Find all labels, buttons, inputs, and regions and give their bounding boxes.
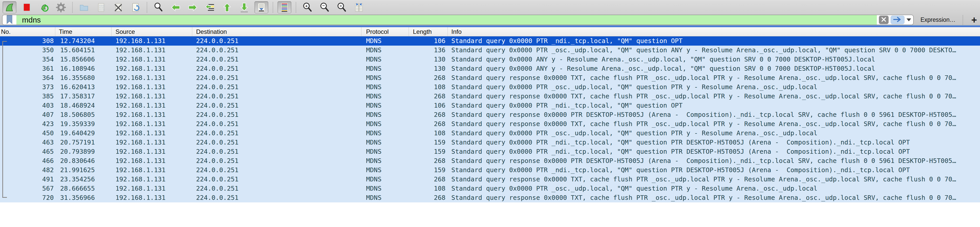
- column-header-protocol[interactable]: Protocol: [361, 27, 409, 36]
- packet-source: 192.168.1.131: [111, 119, 192, 129]
- packet-info: Standard query response 0x0000 TXT, cach…: [448, 92, 980, 101]
- packet-length: 268: [409, 92, 448, 101]
- packet-protocol: MDNS: [361, 156, 409, 166]
- svg-text:=: =: [340, 3, 342, 8]
- packet-row[interactable]: 403 18.468924 192.168.1.131 224.0.0.251 …: [0, 101, 980, 110]
- capture-options-button[interactable]: [54, 1, 68, 13]
- reload-file-button[interactable]: [129, 1, 142, 13]
- packet-length: 136: [409, 46, 448, 55]
- packet-row[interactable]: 720 31.356966 192.168.1.131 224.0.0.251 …: [0, 193, 980, 202]
- add-filter-button[interactable]: +: [968, 15, 980, 25]
- packet-row[interactable]: 567 28.666655 192.168.1.131 224.0.0.251 …: [0, 184, 980, 193]
- packet-row[interactable]: 482 21.991625 192.168.1.131 224.0.0.251 …: [0, 166, 980, 175]
- go-forward-button[interactable]: [186, 1, 200, 13]
- packet-destination: 224.0.0.251: [192, 83, 361, 92]
- packet-info: Standard query 0x0000 PTR _osc._udp.loca…: [448, 83, 980, 92]
- stop-capture-button[interactable]: [20, 1, 33, 13]
- packet-info: Standard query 0x0000 PTR _ndi._tcp.loca…: [448, 101, 980, 110]
- packet-info: Standard query 0x0000 PTR _ndi._tcp.loca…: [448, 147, 980, 156]
- packet-time: 16.355680: [55, 73, 111, 83]
- filter-apply-button[interactable]: [891, 16, 904, 24]
- packet-row[interactable]: 361 16.108946 192.168.1.131 224.0.0.251 …: [0, 64, 980, 73]
- packet-row[interactable]: 423 19.359339 192.168.1.131 224.0.0.251 …: [0, 119, 980, 129]
- packet-protocol: MDNS: [361, 73, 409, 83]
- resize-columns-icon: [354, 2, 364, 13]
- packet-time: 31.356966: [55, 193, 111, 202]
- packet-length: 108: [409, 83, 448, 92]
- packet-length: 108: [409, 184, 448, 193]
- packet-protocol: MDNS: [361, 101, 409, 110]
- open-file-button[interactable]: [77, 1, 91, 13]
- packet-source: 192.168.1.131: [111, 64, 192, 73]
- go-first-packet-icon: [222, 2, 232, 13]
- save-file-button[interactable]: 01010 01101 01110: [94, 1, 108, 13]
- packet-info: Standard query 0x0000 PTR _ndi._tcp.loca…: [448, 37, 980, 46]
- packet-row[interactable]: 385 17.358317 192.168.1.131 224.0.0.251 …: [0, 92, 980, 101]
- zoom-out-button[interactable]: −: [318, 1, 331, 13]
- packet-info: Standard query response 0x0000 TXT, cach…: [448, 119, 980, 129]
- packet-row[interactable]: 364 16.355680 192.168.1.131 224.0.0.251 …: [0, 73, 980, 83]
- packet-destination: 224.0.0.251: [192, 166, 361, 175]
- packet-time: 23.354256: [55, 175, 111, 184]
- packet-row[interactable]: 350 15.604151 192.168.1.131 224.0.0.251 …: [0, 46, 980, 55]
- auto-scroll-icon: [256, 2, 267, 13]
- zoom-in-button[interactable]: +: [301, 1, 314, 13]
- packet-row[interactable]: 354 15.856606 192.168.1.131 224.0.0.251 …: [0, 55, 980, 64]
- go-first-packet-button[interactable]: [220, 1, 234, 13]
- display-filter-input[interactable]: mdns: [16, 15, 877, 25]
- zoom-reset-button[interactable]: =: [335, 1, 349, 13]
- packet-protocol: MDNS: [361, 138, 409, 147]
- find-packet-button[interactable]: [151, 1, 165, 13]
- restart-capture-button[interactable]: [37, 1, 51, 13]
- column-header-info[interactable]: Info: [448, 27, 980, 36]
- column-header-no[interactable]: No.: [0, 27, 55, 36]
- packet-row[interactable]: 308 12.743204 192.168.1.131 224.0.0.251 …: [0, 37, 980, 46]
- column-header-destination[interactable]: Destination: [192, 27, 361, 36]
- packet-row[interactable]: 491 23.354256 192.168.1.131 224.0.0.251 …: [0, 175, 980, 184]
- packet-destination: 224.0.0.251: [192, 46, 361, 55]
- packet-protocol: MDNS: [361, 83, 409, 92]
- filter-bookmark-button[interactable]: [3, 15, 16, 25]
- packet-source: 192.168.1.131: [111, 73, 192, 83]
- packet-info: Standard query response 0x0000 PTR DESKT…: [448, 110, 980, 119]
- filter-clear-button[interactable]: [879, 16, 889, 24]
- packet-time: 20.830646: [55, 156, 111, 166]
- packet-protocol: MDNS: [361, 55, 409, 64]
- packet-info: Standard query 0x0000 PTR _osc._udp.loca…: [448, 184, 980, 193]
- go-last-packet-button[interactable]: [237, 1, 251, 13]
- toolbar-separator: [147, 2, 147, 13]
- packet-destination: 224.0.0.251: [192, 64, 361, 73]
- packet-source: 192.168.1.131: [111, 37, 192, 46]
- colorize-button[interactable]: [277, 1, 291, 13]
- packet-no: 407: [0, 110, 55, 119]
- packet-row[interactable]: 407 18.506805 192.168.1.131 224.0.0.251 …: [0, 110, 980, 119]
- expression-button[interactable]: Expression…: [920, 16, 955, 23]
- close-file-button[interactable]: [111, 1, 125, 13]
- packet-destination: 224.0.0.251: [192, 193, 361, 202]
- packet-row[interactable]: 463 20.757191 192.168.1.131 224.0.0.251 …: [0, 138, 980, 147]
- packet-row[interactable]: 465 20.793899 192.168.1.131 224.0.0.251 …: [0, 147, 980, 156]
- packet-destination: 224.0.0.251: [192, 138, 361, 147]
- zoom-out-icon: −: [320, 2, 330, 13]
- column-header-source[interactable]: Source: [111, 27, 192, 36]
- resize-columns-button[interactable]: [352, 1, 366, 13]
- packet-row[interactable]: 450 19.640429 192.168.1.131 224.0.0.251 …: [0, 129, 980, 138]
- packet-protocol: MDNS: [361, 46, 409, 55]
- packet-time: 18.468924: [55, 101, 111, 110]
- go-back-button[interactable]: [169, 1, 183, 13]
- packet-protocol: MDNS: [361, 193, 409, 202]
- packet-row[interactable]: 466 20.830646 192.168.1.131 224.0.0.251 …: [0, 156, 980, 166]
- packet-no: 308: [0, 37, 55, 46]
- packet-info: Standard query 0x0000 PTR _osc._udp.loca…: [448, 129, 980, 138]
- column-header-time[interactable]: Time: [55, 27, 111, 36]
- packet-no: 350: [0, 46, 55, 55]
- packet-row[interactable]: 373 16.620413 192.168.1.131 224.0.0.251 …: [0, 83, 980, 92]
- column-header-length[interactable]: Length: [409, 27, 448, 36]
- auto-scroll-button[interactable]: [255, 1, 268, 13]
- go-to-packet-button[interactable]: [203, 1, 217, 13]
- packet-length: 108: [409, 129, 448, 138]
- filter-dropdown-button[interactable]: [904, 16, 913, 24]
- packet-info: Standard query response 0x0000 TXT, cach…: [448, 175, 980, 184]
- start-capture-button[interactable]: [3, 1, 16, 13]
- packet-time: 20.757191: [55, 138, 111, 147]
